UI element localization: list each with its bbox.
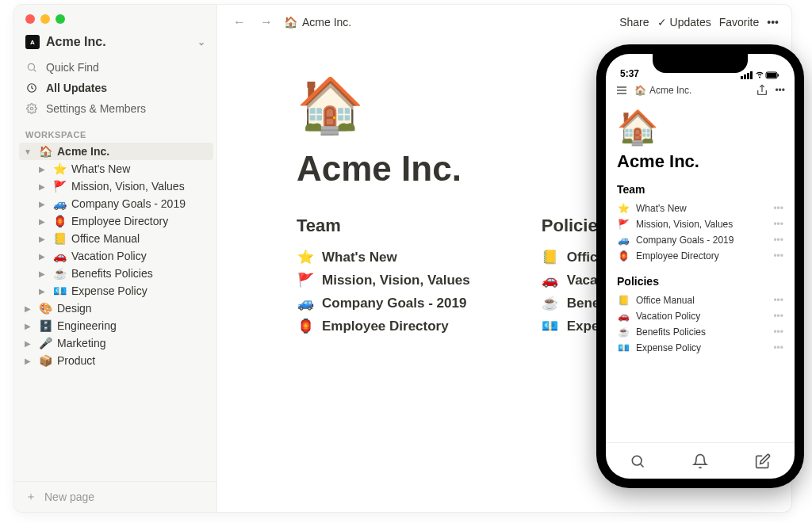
chevron-right-icon[interactable]: ▶ xyxy=(36,252,48,261)
page-emoji-icon: 📦 xyxy=(38,354,52,367)
sidebar-item-engineering[interactable]: ▶🗄️Engineering xyxy=(19,317,213,334)
sidebar-item-employee-directory[interactable]: ▶🏮Employee Directory xyxy=(19,212,213,230)
ellipsis-icon[interactable]: ••• xyxy=(773,295,783,306)
all-updates[interactable]: All Updates xyxy=(14,78,216,98)
phone-page-link-employee-directory[interactable]: 🏮Employee Directory••• xyxy=(617,248,783,264)
page-link-company-goals-2019[interactable]: 🚙Company Goals - 2019 xyxy=(297,292,470,315)
page-link-employee-directory[interactable]: 🏮Employee Directory xyxy=(297,315,470,338)
chevron-right-icon[interactable]: ▶ xyxy=(36,165,48,174)
svg-point-16 xyxy=(632,456,642,465)
svg-rect-4 xyxy=(741,76,743,79)
page-emoji-icon: 📒 xyxy=(542,249,559,265)
page-link-label: Expense Policy xyxy=(636,342,701,353)
page-emoji-icon: 🚩 xyxy=(297,272,314,288)
chevron-right-icon[interactable]: ▶ xyxy=(36,287,48,296)
chevron-right-icon[interactable]: ▶ xyxy=(36,217,48,226)
back-button[interactable]: ← xyxy=(230,13,249,31)
sidebar-item-vacation-policy[interactable]: ▶🚗Vacation Policy xyxy=(19,247,213,265)
phone-page-link-company-goals-2019[interactable]: 🚙Company Goals - 2019••• xyxy=(617,232,783,248)
page-emoji-icon: 💶 xyxy=(542,318,559,334)
ellipsis-icon[interactable]: ••• xyxy=(773,235,783,246)
phone-page-link-office-manual[interactable]: 📒Office Manual••• xyxy=(617,292,783,308)
sidebar-item-acme-inc-[interactable]: ▼🏠Acme Inc. xyxy=(19,143,213,160)
close-window-icon[interactable] xyxy=(25,14,35,24)
workspace-switcher[interactable]: A Acme Inc. ⌄ xyxy=(14,30,216,57)
section-heading: Policies xyxy=(617,275,783,288)
ellipsis-icon[interactable]: ••• xyxy=(773,250,783,262)
chevron-right-icon[interactable]: ▶ xyxy=(22,357,33,365)
sidebar-item-marketing[interactable]: ▶🎤Marketing xyxy=(19,334,213,352)
ellipsis-icon[interactable]: ••• xyxy=(773,219,783,230)
sidebar-item-office-manual[interactable]: ▶📒Office Manual xyxy=(19,230,213,247)
page-emoji-icon: 🎨 xyxy=(38,302,52,315)
phone-page-emoji[interactable]: 🏠 xyxy=(617,108,783,147)
chevron-right-icon[interactable]: ▶ xyxy=(36,200,48,208)
chevron-right-icon[interactable]: ▶ xyxy=(22,339,33,348)
phone-mockup: 5:37 🏠 Acme Inc. ••• 🏠 Acme Inc. Team⭐Wh… xyxy=(596,44,804,488)
minimize-window-icon[interactable] xyxy=(40,14,50,24)
ellipsis-icon[interactable]: ••• xyxy=(773,326,783,338)
phone-page-link-expense-policy[interactable]: 💶Expense Policy••• xyxy=(617,340,783,356)
settings-members[interactable]: Settings & Members xyxy=(14,98,216,119)
chevron-right-icon[interactable]: ▶ xyxy=(36,269,48,278)
chevron-right-icon[interactable]: ▶ xyxy=(36,235,48,243)
chevron-right-icon[interactable]: ▶ xyxy=(22,304,33,313)
phone-page-link-vacation-policy[interactable]: 🚗Vacation Policy••• xyxy=(617,308,783,324)
quick-find-label: Quick Find xyxy=(46,61,99,74)
chevron-down-icon[interactable]: ▼ xyxy=(22,147,33,156)
sidebar-item-benefits-policies[interactable]: ▶☕Benefits Policies xyxy=(19,265,213,282)
sidebar-item-design[interactable]: ▶🎨Design xyxy=(19,300,213,317)
sidebar-item-product[interactable]: ▶📦Product xyxy=(19,352,213,369)
check-icon: ✓ xyxy=(657,16,667,29)
phone-page-link-benefits-policies[interactable]: ☕Benefits Policies••• xyxy=(617,324,783,340)
chevron-right-icon[interactable]: ▶ xyxy=(22,322,33,330)
sidebar-item-label: Marketing xyxy=(57,337,105,349)
page-link-label: Employee Directory xyxy=(322,319,449,334)
phone-share-button[interactable] xyxy=(756,84,768,97)
sidebar-item-expense-policy[interactable]: ▶💶Expense Policy xyxy=(19,282,213,300)
zoom-window-icon[interactable] xyxy=(56,14,65,24)
phone-document: 🏠 Acme Inc. Team⭐What's New•••🚩Mission, … xyxy=(606,101,795,442)
workspace-header: WORKSPACE xyxy=(14,119,216,143)
phone-page-link-mission-vision-values[interactable]: 🚩Mission, Vision, Values••• xyxy=(617,216,783,232)
svg-rect-5 xyxy=(744,74,746,79)
phone-time: 5:37 xyxy=(620,68,639,79)
page-emoji-icon: 🚩 xyxy=(617,219,630,230)
page-emoji-icon: 💶 xyxy=(52,284,67,297)
more-menu-button[interactable]: ••• xyxy=(767,16,779,29)
updates-button[interactable]: ✓Updates xyxy=(657,16,711,29)
page-emoji-icon: ⭐ xyxy=(52,162,67,175)
phone-menu-button[interactable] xyxy=(615,84,628,97)
page-link-what-s-new[interactable]: ⭐What's New xyxy=(297,246,470,269)
phone-search-tab[interactable] xyxy=(630,453,645,469)
breadcrumb[interactable]: 🏠 Acme Inc. xyxy=(284,16,351,29)
new-page-button[interactable]: ＋ New page xyxy=(14,481,216,512)
sidebar-item-label: What's New xyxy=(71,162,130,175)
chevron-right-icon[interactable]: ▶ xyxy=(36,182,48,191)
phone-page-title[interactable]: Acme Inc. xyxy=(617,151,783,172)
phone-compose-tab[interactable] xyxy=(755,453,771,469)
page-link-label: What's New xyxy=(636,203,687,214)
window-traffic-lights xyxy=(14,5,216,30)
ellipsis-icon[interactable]: ••• xyxy=(773,311,783,322)
quick-find[interactable]: Quick Find xyxy=(14,57,216,78)
phone-more-button[interactable]: ••• xyxy=(775,85,785,96)
sidebar-item-what-s-new[interactable]: ▶⭐What's New xyxy=(19,160,213,178)
page-emoji-icon: ⭐ xyxy=(617,203,630,214)
page-link-label: Benefits Policies xyxy=(636,326,706,338)
share-button[interactable]: Share xyxy=(619,16,649,29)
phone-breadcrumb[interactable]: 🏠 Acme Inc. xyxy=(634,85,749,96)
favorite-button[interactable]: Favorite xyxy=(719,16,760,29)
sidebar-item-company-goals-2019[interactable]: ▶🚙Company Goals - 2019 xyxy=(19,195,213,212)
phone-page-link-what-s-new[interactable]: ⭐What's New••• xyxy=(617,200,783,216)
section-heading: Team xyxy=(617,183,783,196)
sidebar-item-mission-vision-values[interactable]: ▶🚩Mission, Vision, Values xyxy=(19,178,213,195)
phone-updates-tab[interactable] xyxy=(692,453,708,469)
sidebar: A Acme Inc. ⌄ Quick Find All Updates Set… xyxy=(14,5,217,512)
phone-screen: 5:37 🏠 Acme Inc. ••• 🏠 Acme Inc. Team⭐Wh… xyxy=(606,54,795,479)
ellipsis-icon[interactable]: ••• xyxy=(773,203,783,214)
page-emoji-icon: 🚗 xyxy=(617,311,630,322)
ellipsis-icon[interactable]: ••• xyxy=(773,342,783,353)
page-link-mission-vision-values[interactable]: 🚩Mission, Vision, Values xyxy=(297,269,470,292)
forward-button[interactable]: → xyxy=(257,13,276,31)
